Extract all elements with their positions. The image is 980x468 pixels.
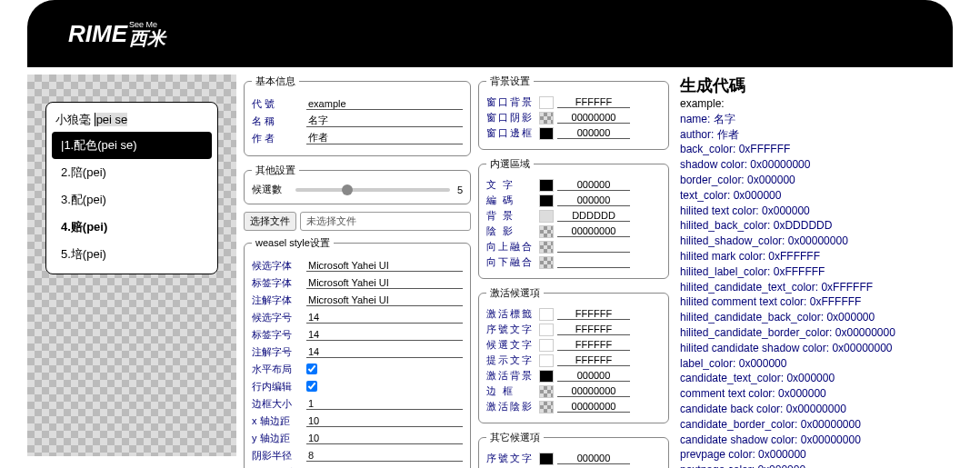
style-input[interactable] bbox=[306, 329, 463, 341]
color-swatch[interactable] bbox=[539, 401, 554, 413]
preedit: 小狼毫 pei se bbox=[52, 108, 212, 132]
color-input[interactable] bbox=[557, 127, 630, 139]
candidate-item[interactable]: 5.培(pei) bbox=[52, 241, 212, 268]
color-input[interactable] bbox=[557, 194, 630, 206]
color-input[interactable] bbox=[557, 96, 630, 108]
style-checkbox[interactable] bbox=[306, 381, 317, 392]
color-swatch[interactable] bbox=[539, 339, 554, 352]
candidate-item[interactable]: 3.配(pei) bbox=[52, 186, 212, 214]
inner-settings: 内選區域 文 字編 碼背 景陰 影向上融合向下融合 bbox=[478, 157, 669, 279]
choose-file-button[interactable]: 选择文件 bbox=[244, 212, 296, 231]
style-input[interactable] bbox=[306, 294, 463, 306]
otherc-settings: 其它候選項 序號文字候選文字提示文字 bbox=[478, 431, 669, 468]
color-swatch[interactable] bbox=[539, 112, 554, 124]
color-input[interactable] bbox=[557, 210, 630, 222]
color-swatch[interactable] bbox=[539, 308, 554, 321]
color-swatch[interactable] bbox=[539, 179, 554, 192]
color-swatch[interactable] bbox=[539, 225, 554, 238]
color-input[interactable] bbox=[557, 324, 630, 335]
color-swatch[interactable] bbox=[539, 96, 554, 109]
color-swatch[interactable] bbox=[539, 354, 554, 367]
color-swatch[interactable] bbox=[539, 194, 554, 207]
style-input[interactable] bbox=[306, 398, 463, 410]
color-swatch[interactable] bbox=[539, 241, 554, 254]
style-input[interactable] bbox=[306, 415, 463, 427]
file-name: 未选择文件 bbox=[300, 212, 471, 231]
style-input[interactable] bbox=[306, 260, 463, 272]
code-output: 生成代碼 example: name: 名字 author: 作者 back_c… bbox=[676, 67, 953, 468]
color-input[interactable] bbox=[557, 354, 630, 366]
color-input[interactable] bbox=[557, 112, 630, 124]
color-input[interactable] bbox=[557, 225, 630, 237]
color-input[interactable] bbox=[557, 401, 630, 413]
color-input[interactable] bbox=[557, 385, 630, 397]
candidate-item[interactable]: 4.赔(pei) bbox=[52, 214, 212, 241]
color-input[interactable] bbox=[557, 241, 630, 253]
style-input[interactable] bbox=[306, 346, 463, 358]
style-checkbox[interactable] bbox=[306, 363, 317, 374]
candidate-item[interactable]: 2.陪(pei) bbox=[52, 159, 212, 186]
candidate-item[interactable]: |1.配色(pei se) bbox=[52, 132, 212, 159]
color-input[interactable] bbox=[557, 179, 630, 191]
color-input[interactable] bbox=[557, 453, 630, 464]
color-swatch[interactable] bbox=[539, 256, 554, 269]
color-input[interactable] bbox=[557, 370, 630, 382]
color-swatch[interactable] bbox=[539, 385, 554, 398]
author-input[interactable] bbox=[306, 133, 463, 144]
color-swatch[interactable] bbox=[539, 324, 554, 336]
name-input[interactable] bbox=[306, 115, 463, 127]
color-swatch[interactable] bbox=[539, 370, 554, 383]
color-input[interactable] bbox=[557, 339, 630, 351]
color-input[interactable] bbox=[557, 256, 630, 268]
cand-slider[interactable] bbox=[295, 188, 450, 192]
other-settings: 其他設置 候選數 5 bbox=[244, 164, 471, 204]
code-input[interactable] bbox=[306, 98, 463, 110]
style-input[interactable] bbox=[306, 312, 463, 324]
style-input[interactable] bbox=[306, 433, 463, 444]
style-input[interactable] bbox=[306, 450, 463, 462]
weasel-style: weasel style设置 候选字体标签字体注解字体候选字号标签字号注解字号水… bbox=[244, 236, 471, 468]
logo-rime: RIME bbox=[68, 20, 127, 48]
header: RIME See Me 西米 bbox=[27, 0, 953, 67]
style-input[interactable] bbox=[306, 277, 463, 289]
color-swatch[interactable] bbox=[539, 453, 554, 465]
logo-sub: See Me 西米 bbox=[129, 21, 165, 47]
color-swatch[interactable] bbox=[539, 210, 554, 223]
basic-info: 基本信息 代 號 名 稱 作 者 bbox=[244, 75, 471, 156]
color-swatch[interactable] bbox=[539, 127, 554, 140]
candidate-box: 小狼毫 pei se |1.配色(pei se)2.陪(pei)3.配(pei)… bbox=[45, 102, 218, 274]
active-settings: 激活候選項 激活標籤序號文字候選文字提示文字激活背景边 框激活陰影 bbox=[478, 286, 669, 423]
preview-area: 小狼毫 pei se |1.配色(pei se)2.陪(pei)3.配(pei)… bbox=[27, 75, 236, 456]
bg-settings: 背景设置 窗口背景窗口阴影窗口邊框 bbox=[478, 75, 669, 150]
color-input[interactable] bbox=[557, 308, 630, 320]
